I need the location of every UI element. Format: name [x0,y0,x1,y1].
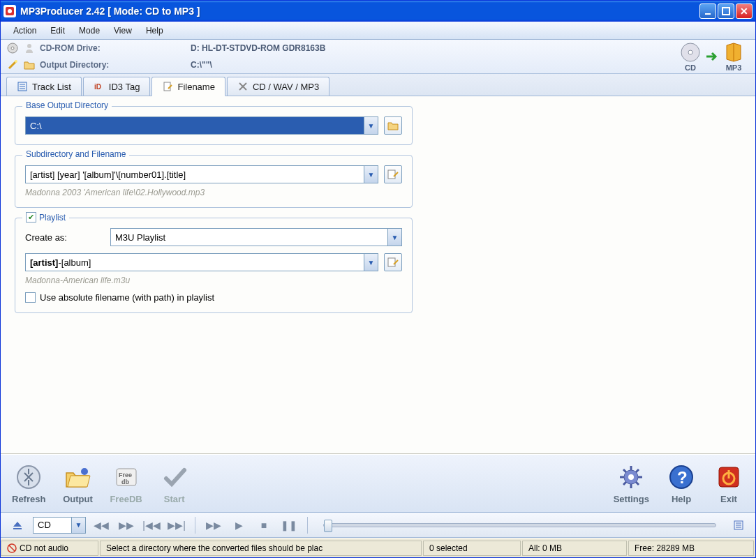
slider-thumb[interactable] [324,520,332,532]
svg-rect-44 [13,528,22,529]
wand-icon[interactable] [6,59,19,71]
settings-button[interactable]: Settings [614,462,649,504]
chevron-down-icon[interactable]: ▼ [71,518,85,533]
arrow-right-icon [705,46,719,67]
user-icon [23,42,36,54]
status-free: Free: 28289 MB [628,541,754,556]
freedb-icon: Freedb [111,462,142,492]
fast-forward-button[interactable]: ▶▶ [117,517,136,534]
svg-point-10 [688,50,692,54]
rewind-button[interactable]: ◀◀ [91,517,111,534]
filename-panel: Base Output Directory C:\ ▼ Subdirectory… [1,96,755,454]
absolute-filename-checkbox[interactable] [25,292,36,303]
menu-mode[interactable]: Mode [72,24,107,38]
playlist-type-value: M3U Playlist [111,232,387,243]
eject-button[interactable] [8,517,27,534]
svg-text:?: ? [677,468,688,487]
freedb-button[interactable]: Freedb FreeDB [110,462,142,504]
source-value: CD [34,520,71,530]
menu-action[interactable]: Action [6,24,43,38]
mp3-format-label: MP3 [726,63,742,72]
playlist-checkbox[interactable]: ✔ [26,212,36,223]
output-value: C:\""\ [191,60,212,70]
edit-playlist-pattern-button[interactable] [384,253,402,271]
status-cd: CD not audio [1,541,98,556]
svg-point-5 [11,47,14,50]
tabs: Track List iD ID3 Tag Filename CD / WAV … [1,74,755,96]
status-cd-text: CD not audio [20,543,68,553]
pause-button[interactable]: ❚❚ [279,517,299,534]
tab-cd-wav-mp3[interactable]: CD / WAV / MP3 [227,77,329,96]
chevron-down-icon[interactable]: ▼ [364,166,378,183]
playlist-pattern-value: [artist]-[album] [26,257,364,268]
drive-value: D: HL-DT-STDVD-ROM GDR8163B [191,43,325,53]
folder-open-icon [62,462,93,492]
base-output-directory-group: Base Output Directory C:\ ▼ [15,106,413,145]
gear-icon [616,462,646,492]
svg-rect-2 [705,13,711,15]
id3-icon: iD [94,81,105,92]
svg-line-35 [636,482,639,485]
document-edit-icon [162,81,173,92]
refresh-button[interactable]: Refresh [12,462,45,504]
maximize-button[interactable] [718,3,734,19]
tab-id3-tag[interactable]: iD ID3 Tag [83,77,151,96]
tab-filename[interactable]: Filename [151,77,225,96]
base-dir-combo[interactable]: C:\ ▼ [25,116,378,135]
list-icon [17,81,28,92]
app-window: MP3Producer 2.42 [ Mode: CD to MP3 ] ✕ A… [0,0,756,558]
playlist-group: ✔ Playlist Create as: M3U Playlist ▼ [ar… [15,218,413,313]
tool-label: Refresh [12,494,45,504]
chevron-down-icon[interactable]: ▼ [387,229,401,246]
power-icon [713,462,744,492]
play-button[interactable]: ▶ [229,517,249,534]
app-icon [3,5,16,17]
menu-help[interactable]: Help [139,24,170,38]
playlist-type-combo[interactable]: M3U Playlist ▼ [110,228,402,246]
svg-rect-22 [388,258,395,266]
playlist-toggle-button[interactable] [729,517,748,534]
tab-label: ID3 Tag [109,82,140,92]
help-button[interactable]: ? Help [666,462,697,504]
svg-point-1 [8,9,12,13]
folder-icon[interactable] [23,59,36,71]
cd-icon [6,42,19,54]
cd-format-label: CD [685,63,696,72]
tool-label: Output [63,494,93,504]
minimize-button[interactable] [699,3,716,19]
svg-text:Free: Free [119,472,132,478]
playlist-example: Madonna-American life.m3u [25,276,402,285]
source-combo[interactable]: CD ▼ [33,517,86,534]
menu-edit[interactable]: Edit [43,24,72,38]
position-slider[interactable] [323,523,716,527]
chevron-down-icon[interactable]: ▼ [364,254,378,271]
subdir-legend: Subdirectory and Filename [22,149,129,159]
svg-line-7 [9,61,16,68]
cd-format-button[interactable]: CD [677,42,704,72]
close-button[interactable]: ✕ [736,3,753,19]
bottom-toolbar: Refresh Output Freedb FreeDB Start Setti… [1,454,755,513]
filename-pattern-combo[interactable]: [artist] [year] '[album]'\[number01].[ti… [25,165,378,183]
tab-track-list[interactable]: Track List [6,77,82,96]
menu-view[interactable]: View [107,24,139,38]
mp3-format-button[interactable]: MP3 [720,42,747,72]
status-bar: CD not audio Select a directory where th… [1,538,755,557]
exit-button[interactable]: Exit [713,462,744,504]
playlist-pattern-combo[interactable]: [artist]-[album] ▼ [25,253,378,271]
status-hint: Select a directory where the converted f… [100,541,422,556]
tool-label: Start [164,494,185,504]
edit-pattern-button[interactable] [384,165,402,183]
filename-example: Madonna 2003 'American life\02.Hollywood… [25,188,402,197]
create-as-label: Create as: [25,232,102,243]
window-title: MP3Producer 2.42 [ Mode: CD to MP3 ] [20,6,699,17]
start-button[interactable]: Start [159,462,190,504]
browse-folder-button[interactable] [384,116,402,135]
info-panel: CD-ROM Drive: D: HL-DT-STDVD-ROM GDR8163… [1,40,755,74]
output-button[interactable]: Output [62,462,93,504]
stop-button[interactable]: ■ [254,517,274,534]
play-fast-button[interactable]: ▶▶ [204,517,223,534]
prev-track-button[interactable]: |◀◀ [142,517,161,534]
chevron-down-icon[interactable]: ▼ [364,117,378,134]
next-track-button[interactable]: ▶▶| [167,517,186,534]
svg-point-25 [81,468,88,475]
